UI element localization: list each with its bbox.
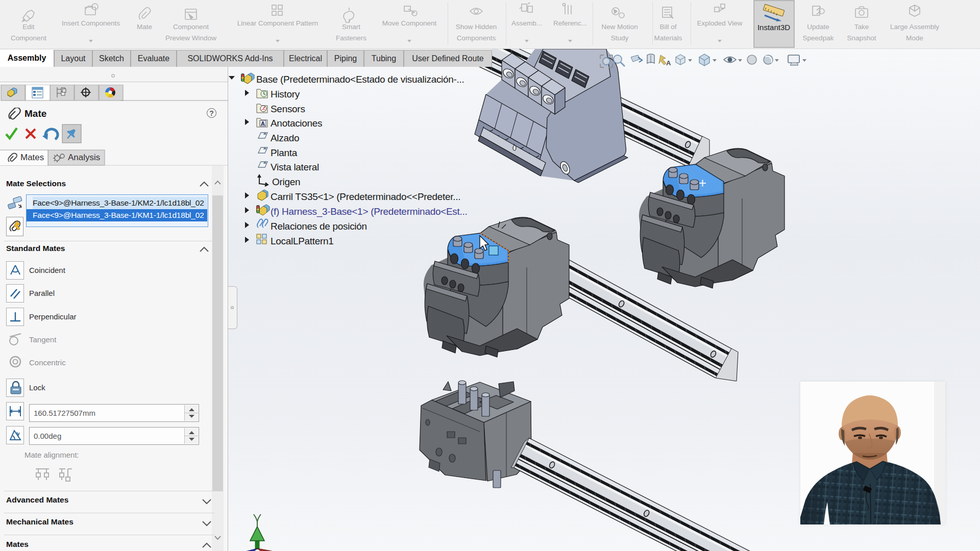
svg-text:A: A <box>666 59 671 67</box>
svg-text:A: A <box>261 120 265 127</box>
